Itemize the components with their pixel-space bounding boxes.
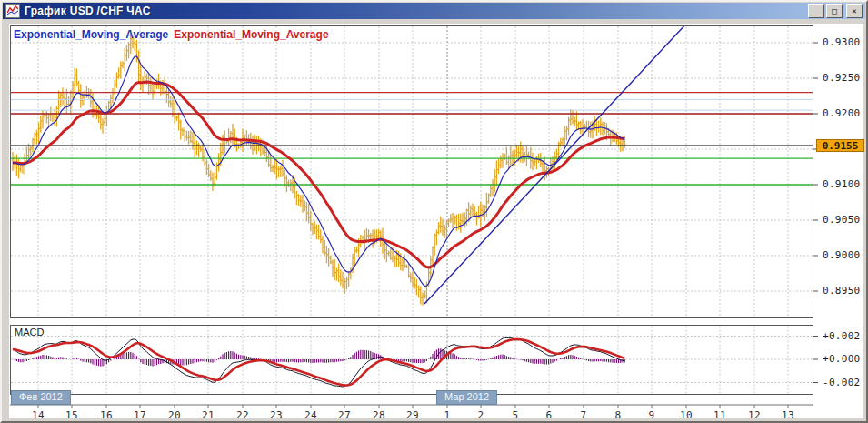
day-label: 9 xyxy=(641,409,663,421)
day-label: 10 xyxy=(675,409,697,421)
macd-axis-label: -0.002 xyxy=(823,377,861,388)
price-axis-label: 0.9200 xyxy=(823,107,861,119)
day-label: 15 xyxy=(61,409,83,421)
price-axis-label: 0.8950 xyxy=(823,285,861,297)
legend-ema-1: Exponential_Moving_Average xyxy=(14,28,168,41)
day-label: 21 xyxy=(197,409,219,421)
day-label: 11 xyxy=(709,409,731,421)
day-label: 24 xyxy=(300,409,322,421)
day-label: 1 xyxy=(436,409,458,421)
day-label: 28 xyxy=(368,409,390,421)
day-label: 22 xyxy=(232,409,254,421)
close-button[interactable]: ✕ xyxy=(846,4,863,18)
day-label: 12 xyxy=(743,409,765,421)
price-axis-label: 0.9300 xyxy=(823,36,861,48)
month-badge-mar: Мар 2012 xyxy=(436,390,497,405)
price-axis-label: 0.9100 xyxy=(823,178,861,190)
day-label: 29 xyxy=(402,409,424,421)
day-label: 6 xyxy=(538,409,560,421)
price-axis-label: 0.9050 xyxy=(823,214,861,226)
chart-client-area[interactable] xyxy=(9,24,863,418)
day-label: 7 xyxy=(573,409,594,421)
macd-axis-label: +0.000 xyxy=(823,353,861,365)
current-price-tag: 0.9155 xyxy=(816,139,864,152)
macd-label: MACD xyxy=(15,327,44,337)
maximize-button[interactable]: □ xyxy=(826,4,843,18)
window-titlebar[interactable]: График USD /CHF ЧАС _ □ ✕ xyxy=(3,3,865,19)
day-label: 17 xyxy=(129,409,151,421)
price-axis-label: 0.9000 xyxy=(823,249,861,261)
price-axis-label: 0.9250 xyxy=(823,72,861,84)
day-label: 23 xyxy=(265,409,287,421)
day-label: 8 xyxy=(607,409,629,421)
minimize-button[interactable]: _ xyxy=(808,4,824,18)
day-label: 13 xyxy=(777,409,799,421)
chart-icon xyxy=(5,4,20,18)
chart-window: График USD /CHF ЧАС _ □ ✕ Exponential_Mo… xyxy=(0,0,868,423)
indicator-legend: Exponential_Moving_AverageExponential_Mo… xyxy=(14,28,334,41)
macd-axis-label: +0.002 xyxy=(823,330,861,342)
day-label: 5 xyxy=(504,409,526,421)
day-label: 27 xyxy=(334,409,355,421)
window-title: График USD /CHF ЧАС xyxy=(25,5,151,17)
day-label: 2 xyxy=(470,409,492,421)
day-label: 16 xyxy=(95,409,117,421)
day-label: 14 xyxy=(27,409,49,421)
legend-ema-2: Exponential_Moving_Average xyxy=(174,28,328,41)
day-label: 20 xyxy=(164,409,185,421)
month-badge-feb: Фев 2012 xyxy=(11,390,71,405)
